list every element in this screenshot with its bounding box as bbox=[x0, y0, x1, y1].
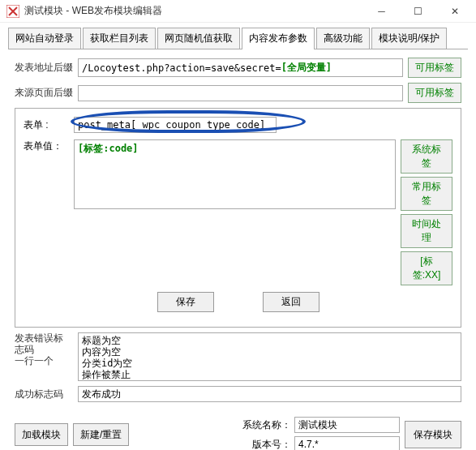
version-label: 版本号： bbox=[242, 438, 291, 451]
back-button[interactable]: 返回 bbox=[263, 292, 319, 312]
tab-module-info[interactable]: 模块说明/保护 bbox=[371, 28, 447, 49]
tab-random-value[interactable]: 网页随机值获取 bbox=[157, 28, 240, 49]
maximize-button[interactable]: ☐ bbox=[400, 0, 436, 23]
sys-name-label: 系统名称： bbox=[242, 418, 291, 432]
load-module-button[interactable]: 加载模块 bbox=[15, 423, 68, 446]
ref-tags-button[interactable]: 可用标签 bbox=[408, 83, 461, 103]
form-name-input[interactable] bbox=[74, 117, 277, 133]
tab-bar: 网站自动登录 获取栏目列表 网页随机值获取 内容发布参数 高级功能 模块说明/保… bbox=[8, 28, 468, 49]
sys-name-input[interactable] bbox=[294, 417, 400, 433]
version-input[interactable] bbox=[294, 436, 400, 450]
addr-suffix-input[interactable]: /Locoytest.php?action=save&secret= bbox=[82, 62, 281, 74]
tag-xx-button[interactable]: [标签:XX] bbox=[401, 251, 452, 285]
form-name-label: 表单 : bbox=[24, 118, 74, 132]
app-icon bbox=[6, 5, 19, 18]
tab-publish-params[interactable]: 内容发布参数 bbox=[242, 28, 315, 49]
tab-advanced[interactable]: 高级功能 bbox=[316, 28, 370, 49]
common-tags-button[interactable]: 常用标签 bbox=[401, 177, 452, 211]
window-title: 测试模块 - WEB发布模块编辑器 bbox=[24, 4, 363, 18]
ref-suffix-label: 来源页面后缀 bbox=[15, 86, 78, 100]
save-button[interactable]: 保存 bbox=[157, 292, 214, 312]
new-reset-button[interactable]: 新建/重置 bbox=[73, 423, 129, 446]
error-codes-label: 发表错误标 志码 一行一个 bbox=[15, 332, 78, 366]
form-value-label: 表单值： bbox=[24, 139, 74, 285]
error-codes-textarea[interactable]: 标题为空 内容为空 分类id为空 操作被禁止 bbox=[78, 332, 461, 381]
tab-category-list[interactable]: 获取栏目列表 bbox=[83, 28, 156, 49]
addr-tags-button[interactable]: 可用标签 bbox=[408, 58, 461, 78]
time-process-button[interactable]: 时间处理 bbox=[401, 214, 452, 248]
addr-suffix-label: 发表地址后缀 bbox=[15, 61, 78, 75]
ref-suffix-input[interactable] bbox=[78, 85, 403, 101]
success-code-label: 成功标志码 bbox=[15, 388, 78, 401]
save-module-button[interactable]: 保存模块 bbox=[405, 421, 461, 448]
close-button[interactable]: ✕ bbox=[436, 0, 473, 23]
addr-suffix-var: [全局变量] bbox=[281, 61, 332, 75]
form-value-textarea[interactable]: [标签:code] bbox=[74, 139, 396, 209]
minimize-button[interactable]: ─ bbox=[363, 0, 400, 23]
success-code-input[interactable] bbox=[78, 386, 461, 402]
system-tags-button[interactable]: 系统标签 bbox=[401, 139, 452, 174]
tab-auto-login[interactable]: 网站自动登录 bbox=[8, 28, 81, 49]
